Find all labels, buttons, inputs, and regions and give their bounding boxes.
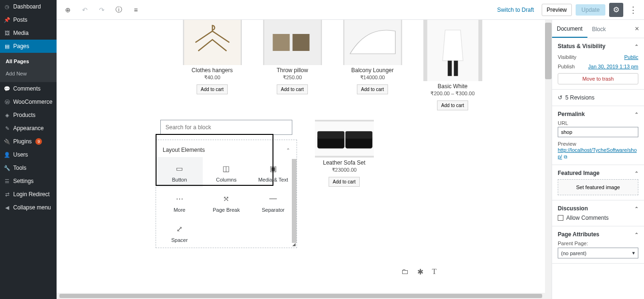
parent-page-select[interactable]: (no parent)▾: [558, 248, 638, 258]
revisions-link[interactable]: ↺5 Revisions: [558, 94, 638, 101]
wrench-icon: 🔧: [4, 165, 10, 171]
menu-login-redirect[interactable]: ⇄Login Redirect: [0, 188, 57, 201]
menu-products[interactable]: ◈Products: [0, 108, 57, 122]
pages-submenu: All Pages Add New: [0, 53, 57, 82]
pin-icon: 📌: [4, 17, 10, 23]
menu-woocommerce[interactable]: ⓌWooCommerce: [0, 95, 57, 108]
product-title: Clothes hangers: [191, 67, 232, 74]
button-block-icon: ▭: [176, 163, 183, 174]
set-featured-image-button[interactable]: Set featured image: [558, 179, 638, 195]
menu-plugins[interactable]: 🔌Plugins9: [0, 135, 57, 148]
more-options-button[interactable]: ⋮: [627, 5, 639, 15]
permalink-preview-link[interactable]: http://localhost/TycheSoftware/shop/: [558, 147, 637, 159]
block-option-spacer[interactable]: ⤢Spacer: [156, 217, 203, 248]
editor-area: ⊕ ↶ ↷ ⓘ ≡ Switch to Draft Preview Update…: [57, 0, 644, 299]
svg-rect-6: [447, 61, 452, 76]
add-to-cart-button[interactable]: Add to cart: [277, 84, 308, 94]
menu-tools[interactable]: 🔧Tools: [0, 161, 57, 174]
menu-dashboard[interactable]: ◷Dashboard: [0, 0, 57, 13]
preview-button[interactable]: Preview: [542, 4, 572, 16]
inserter-section-header[interactable]: Layout Elements ⌃: [156, 140, 297, 157]
submenu-label: Add New: [6, 71, 27, 76]
pages-icon: ▤: [4, 43, 10, 50]
text-icon[interactable]: T: [432, 267, 437, 276]
settings-gear-button[interactable]: ⚙: [609, 3, 623, 17]
menu-label: Appearance: [13, 125, 44, 132]
block-option-more[interactable]: ⋯More: [156, 187, 203, 217]
undo-button[interactable]: ↶: [78, 3, 91, 17]
move-to-trash-button[interactable]: Move to trash: [558, 73, 638, 84]
add-block-button[interactable]: ⊕: [61, 3, 74, 17]
parent-page-label: Parent Page:: [558, 241, 638, 246]
info-button[interactable]: ⓘ: [112, 3, 125, 17]
menu-posts[interactable]: 📌Posts: [0, 13, 57, 26]
product-image: [343, 20, 402, 65]
visibility-label: Visibility: [558, 54, 577, 60]
menu-settings[interactable]: ☰Settings: [0, 174, 57, 188]
publish-date-link[interactable]: Jan 30, 2019 1:13 pm: [588, 64, 638, 69]
url-label: URL: [558, 120, 638, 126]
add-to-cart-button[interactable]: Add to cart: [437, 100, 468, 110]
editor-canvas: Clothes hangers ₹40.00 Add to cart Throw…: [57, 20, 545, 299]
folder-icon[interactable]: 🗀: [401, 267, 409, 276]
add-to-cart-button[interactable]: Add to cart: [329, 177, 360, 187]
section-title: Status & Visibility: [558, 43, 605, 50]
plugins-badge: 9: [35, 138, 42, 145]
update-button[interactable]: Update: [576, 4, 605, 16]
add-to-cart-button[interactable]: Add to cart: [357, 84, 388, 94]
products-icon: ◈: [4, 112, 10, 118]
allow-comments-checkbox[interactable]: Allow Comments: [558, 215, 638, 221]
tab-document[interactable]: Document: [552, 20, 587, 38]
menu-comments[interactable]: 💬Comments: [0, 82, 57, 95]
menu-label: Dashboard: [13, 3, 41, 10]
revisions-label: 5 Revisions: [565, 94, 594, 101]
block-option-separator[interactable]: —Separator: [250, 187, 297, 217]
product-price: ₹200.00 – ₹300.00: [430, 91, 475, 97]
menu-label: Collapse menu: [13, 204, 51, 211]
menu-label: Plugins: [13, 138, 32, 145]
inserter-scrollbar[interactable]: [292, 159, 297, 243]
chevron-up-icon[interactable]: ⌃: [635, 171, 638, 176]
chevron-up-icon[interactable]: ⌃: [635, 206, 638, 211]
menu-appearance[interactable]: ✎Appearance: [0, 122, 57, 135]
block-option-media-text[interactable]: ▣Media & Text: [250, 157, 297, 187]
tab-block[interactable]: Block: [587, 20, 611, 37]
menu-label: WooCommerce: [13, 99, 52, 105]
product-image: [183, 20, 242, 65]
redirect-icon: ⇄: [4, 191, 10, 198]
menu-users[interactable]: 👤Users: [0, 148, 57, 161]
add-to-cart-button[interactable]: Add to cart: [197, 84, 228, 94]
product-title: Leather Sofa Set: [323, 159, 365, 166]
chevron-up-icon[interactable]: ⌃: [635, 44, 638, 49]
close-panel-button[interactable]: ✕: [630, 22, 644, 36]
sliders-icon: ☰: [4, 178, 10, 184]
redo-button[interactable]: ↷: [95, 3, 108, 17]
columns-block-icon: ◫: [223, 163, 230, 174]
block-option-page-break[interactable]: ⤲Page Break: [203, 187, 249, 217]
block-search-input[interactable]: [160, 120, 292, 135]
menu-label: Posts: [13, 17, 27, 23]
submenu-add-new[interactable]: Add New: [0, 67, 57, 80]
svg-rect-17: [345, 131, 372, 139]
switch-to-draft-link[interactable]: Switch to Draft: [494, 5, 538, 15]
permalink-url-input[interactable]: [558, 127, 638, 137]
menu-collapse[interactable]: ◀Collapse menu: [0, 201, 57, 214]
submenu-all-pages[interactable]: All Pages: [0, 55, 57, 67]
resize-handle-icon[interactable]: ◢: [292, 242, 296, 247]
product-image: [263, 20, 322, 65]
chevron-up-icon[interactable]: ⌃: [635, 232, 638, 237]
gear-small-icon[interactable]: ✱: [417, 267, 423, 276]
menu-label: Users: [13, 151, 28, 158]
woocommerce-icon: Ⓦ: [4, 99, 10, 105]
vertical-scrollbar[interactable]: [545, 20, 552, 299]
menu-media[interactable]: 🖼Media: [0, 26, 57, 40]
product-price: ₹23000.00: [332, 167, 357, 173]
visibility-value-link[interactable]: Public: [624, 54, 638, 60]
outline-button[interactable]: ≡: [129, 3, 142, 17]
block-option-columns[interactable]: ◫Columns: [203, 157, 249, 187]
horizontal-scrollbar[interactable]: [57, 293, 545, 299]
menu-pages[interactable]: ▤Pages: [0, 40, 57, 53]
block-option-button[interactable]: ▭Button: [156, 157, 203, 187]
chevron-up-icon[interactable]: ⌃: [635, 112, 638, 117]
svg-rect-7: [454, 61, 458, 76]
